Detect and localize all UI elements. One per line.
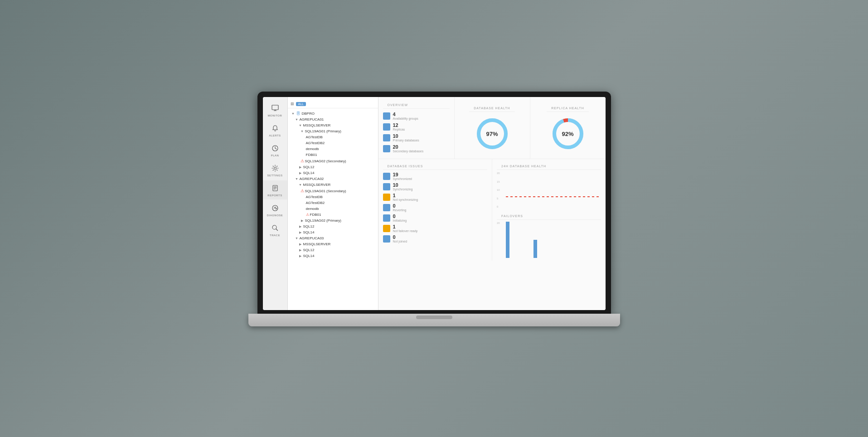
expand-agrepuca01: ▼	[295, 118, 299, 121]
monitor-label: MONITOR	[268, 114, 282, 117]
sql19ag02b-label: SQL19AG02 (Primary)	[305, 218, 341, 223]
expand-sql19ag01: ▼	[301, 130, 304, 133]
sql12-1-label: SQL12	[303, 165, 315, 169]
mssqlserver2-label: MSSQLSERVER	[303, 183, 331, 187]
tree-label-dbpro[interactable]: ▼ 🗄 DBPRO	[288, 111, 378, 116]
stat-label-ag: Availability groups	[393, 117, 418, 120]
sidebar: MONITOR ALERTS	[263, 97, 288, 310]
screen-content: MONITOR ALERTS	[263, 97, 606, 310]
tree-label-sql19ag02[interactable]: ⚠ SQL19AG02 (Secondary)	[288, 158, 378, 164]
issue-num-init: 0	[393, 214, 407, 219]
tree-label-agrepuca02[interactable]: ▼ AGREPUCA02	[288, 176, 378, 181]
sidebar-item-alerts[interactable]: ALERTS	[263, 121, 287, 140]
issue-row-revert: 0 Reverting	[383, 203, 488, 212]
stat-info-primary: 10 Primary databases	[393, 133, 419, 142]
stat-label-replicas: Replicas	[393, 128, 405, 131]
failover-bar	[506, 222, 509, 258]
db-health-pct: 97%	[486, 131, 498, 137]
tree-label-sql19ag01[interactable]: ▼ SQL19AG01 (Primary)	[288, 129, 378, 134]
tree-label-agtestdb[interactable]: AGTestDB	[288, 135, 378, 140]
y-label-10: 10	[497, 189, 500, 191]
failover-bar	[597, 257, 601, 258]
lower-grid: DATABASE ISSUES 19 Synchronized	[378, 159, 606, 261]
failover-bar	[542, 257, 545, 258]
stat-bar-secondary	[383, 145, 390, 152]
db-health-header: DATABASE HEALTH	[469, 104, 514, 112]
tree-label-sql12-1[interactable]: ▶ SQL12	[288, 165, 378, 170]
tree-label-sql19ag01b[interactable]: ⚠ SQL19AG01 (Secondary)	[288, 188, 378, 194]
expand-dbpro: ▼	[291, 112, 295, 115]
tree-label-sql19ag02b[interactable]: ▶ SQL19AG02 (Primary)	[288, 218, 378, 223]
tree-label-demodb-b[interactable]: demodb	[288, 206, 378, 211]
tree-label-agtestdb-b[interactable]: AGTestDB	[288, 194, 378, 199]
all-badge[interactable]: ALL	[296, 102, 306, 106]
stat-number-replicas: 12	[393, 122, 405, 128]
tree-label-fdb01-b[interactable]: ⚠ FDB01	[288, 212, 378, 217]
tree-label-sql12-3[interactable]: ▶ SQL12	[288, 248, 378, 252]
stat-row-secondary: 20 Secondary databases	[383, 144, 450, 153]
expand-agrepuca02: ▼	[295, 177, 299, 181]
db-health-24h-header: 24H DATABASE HEALTH	[497, 162, 601, 170]
sidebar-item-reports[interactable]: REPORTS	[263, 180, 287, 199]
tree-label-sql14-3[interactable]: ▶ SQL14	[288, 253, 378, 258]
stat-number-ag: 4	[393, 112, 418, 117]
stat-label-primary: Primary databases	[393, 139, 419, 142]
tree-node-agtestdb2: AGTestDB2	[288, 140, 378, 146]
trace-label: TRACE	[270, 234, 280, 237]
tree-label-agrepuca01[interactable]: ▼ AGREPUCA01	[288, 117, 378, 122]
tree-label-sql14-2[interactable]: ▶ SQL14	[288, 230, 378, 235]
failover-bar	[514, 257, 518, 258]
failover-bar	[573, 257, 577, 258]
sidebar-item-monitor[interactable]: MONITOR	[263, 101, 287, 120]
chart-y-labels: 20 15 10 5 0	[497, 172, 502, 208]
stat-bar-primary	[383, 134, 390, 141]
issue-bar-revert	[383, 204, 390, 211]
demodb-b-label: demodb	[306, 207, 319, 211]
svg-rect-0	[272, 105, 278, 110]
sidebar-item-plan[interactable]: PLAN	[263, 141, 287, 160]
tree-label-mssqlserver3[interactable]: ▶ MSSQLSERVER	[288, 242, 378, 247]
expand-sql12-1: ▶	[299, 165, 302, 169]
issue-info-notsync: 1 Not synchronizing	[393, 193, 418, 201]
tree-label-agrepuca03[interactable]: ▼ AGREPUCA03	[288, 236, 378, 241]
chart-plot-24h	[506, 172, 601, 208]
tree-label-mssqlserver2[interactable]: ▼ MSSQLSERVER	[288, 182, 378, 187]
issue-bar-sync	[383, 173, 390, 180]
issue-label-notjoin: Not joined	[393, 240, 407, 243]
issue-row-init: 0 Initializing	[383, 214, 488, 222]
failovers-y-labels: 20	[497, 222, 502, 258]
issue-row-notsync: 1 Not synchronizing	[383, 193, 488, 201]
tree-label-sql12-2[interactable]: ▶ SQL12	[288, 224, 378, 229]
failovers-header: FAILOVERS	[497, 212, 601, 220]
tree-node-dbpro: ▼ 🗄 DBPRO	[288, 110, 378, 117]
sidebar-item-diagnose[interactable]: DIAGNOSE	[263, 200, 287, 219]
issue-row-notjoin: 0 Not joined	[383, 234, 488, 243]
tree-node-agtestdb: AGTestDB	[288, 134, 378, 140]
sql14-1-label: SQL14	[303, 171, 315, 175]
expand-agrepuca03: ▼	[295, 237, 299, 240]
warn-icon-sql19ag01b: ⚠	[301, 189, 304, 193]
tree-label-agtestdb2-b[interactable]: AGTestDB2	[288, 200, 378, 205]
issue-info-init: 0 Initializing	[393, 214, 407, 222]
tree-node-sql19ag01b: ⚠ SQL19AG01 (Secondary)	[288, 188, 378, 194]
failover-bar	[562, 257, 565, 258]
failover-bar	[530, 257, 533, 258]
failover-bar	[585, 257, 589, 258]
tree-label-fdb01[interactable]: FDB01	[288, 152, 378, 157]
expand-sql14-3: ▶	[299, 254, 302, 258]
tree-node-sql19ag01: ▼ SQL19AG01 (Primary)	[288, 128, 378, 134]
tree-label-agtestdb2[interactable]: AGTestDB2	[288, 141, 378, 146]
reports-icon	[270, 183, 280, 193]
y-label-20: 20	[497, 172, 500, 175]
tree-node-mssqlserver3: ▶ MSSQLSERVER	[288, 241, 378, 247]
demodb-label: demodb	[306, 147, 319, 151]
tree-label-demodb[interactable]: demodb	[288, 146, 378, 151]
agrepuca02-label: AGREPUCA02	[300, 177, 324, 181]
db-health-donut: 97%	[474, 116, 510, 152]
sidebar-item-settings[interactable]: SETTINGS	[263, 160, 287, 180]
db-icon: 🗄	[296, 111, 301, 116]
tree-label-mssqlserver1[interactable]: ▼ MSSQLSERVER	[288, 123, 378, 128]
tree-label-sql14-1[interactable]: ▶ SQL14	[288, 170, 378, 175]
sidebar-item-trace[interactable]: TRACE	[263, 220, 287, 239]
tree-node-demodb: demodb	[288, 146, 378, 152]
